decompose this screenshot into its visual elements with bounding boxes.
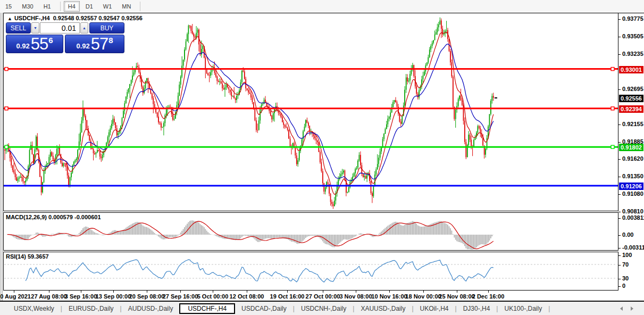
- time-axis-label: 10 Nov 16:00: [371, 293, 407, 300]
- time-axis-tick: [81, 291, 81, 293]
- chart-tab-usdcnh-daily[interactable]: USDCNH-,Daily: [295, 304, 353, 313]
- buy-price-sup: 8: [108, 36, 113, 45]
- tab-separator: |: [548, 305, 550, 312]
- tab-scroll-right-button[interactable]: [631, 306, 633, 311]
- axis-tick-mark: [618, 177, 621, 177]
- axis-tick-mark: [618, 255, 621, 256]
- sell-price-small: 0.92: [16, 42, 29, 50]
- time-axis-tick: [457, 291, 457, 293]
- sell-price-big: 55: [31, 37, 48, 52]
- volume-input[interactable]: [40, 22, 80, 34]
- chart-tab-ukoil-h4[interactable]: UKOil-,H4: [414, 304, 455, 313]
- macd-scale-label: 0.003811: [622, 214, 644, 221]
- chart-tab-bar: USDX,Weekly|EURUSD-,Daily|AUDUSD-,DailyU…: [0, 301, 644, 315]
- time-axis-tick: [423, 291, 424, 293]
- price-tick-label: 0.91350: [622, 173, 643, 179]
- timeframe-button-m30[interactable]: M30: [18, 1, 37, 12]
- timeframe-button-h1[interactable]: H1: [39, 1, 55, 12]
- axis-tick-mark: [618, 37, 621, 37]
- price-tick-label: 0.93235: [622, 51, 643, 57]
- timeframe-toolbar: 15M30H1H4D1W1MN: [0, 0, 644, 13]
- chart-tab-eurusd-daily[interactable]: EURUSD-,Daily: [62, 304, 120, 313]
- rsi-plot[interactable]: [4, 252, 618, 290]
- chart-tab-usdx-weekly[interactable]: USDX,Weekly: [7, 304, 61, 313]
- chart-tab-audusd-daily[interactable]: AUDUSD-,Daily: [122, 304, 180, 313]
- price-tick-label: 0.93505: [622, 33, 643, 39]
- timeframe-button-w1[interactable]: W1: [99, 1, 116, 12]
- chart-tab-dj30-h4[interactable]: DJ30-,H4: [457, 304, 497, 313]
- axis-tick-mark: [618, 286, 621, 287]
- price-tick-label: 0.93775: [622, 15, 643, 22]
- macd-scale-label: -0.003115: [622, 244, 644, 251]
- rsi-scale-label: 0: [622, 283, 625, 289]
- chart-tab-usdchf-h4[interactable]: USDCHF-,H4: [179, 303, 235, 314]
- timeframe-button-15[interactable]: 15: [1, 1, 16, 12]
- main-chart-panel: ▲USDCHF-,H4 0.92548 0.92557 0.92547 0.92…: [3, 13, 618, 211]
- hline-handle-left[interactable]: [5, 145, 8, 148]
- hline-handle-right[interactable]: [611, 145, 614, 148]
- time-axis-tick: [356, 291, 356, 293]
- time-axis-label: 3 Nov 08:00: [339, 293, 372, 300]
- hline-handle-right[interactable]: [611, 68, 614, 71]
- time-axis-label: 12 Oct 08:00: [230, 293, 264, 300]
- axis-tick-mark: [618, 194, 621, 195]
- axis-tick-mark: [618, 265, 621, 266]
- axis-tick-mark: [618, 279, 621, 279]
- macd-scale-label: 0.00: [622, 231, 633, 238]
- toolbar-separator: [60, 2, 61, 11]
- timeframe-button-mn[interactable]: MN: [118, 1, 135, 12]
- sell-button[interactable]: SELL: [6, 22, 31, 34]
- axis-tick-mark: [618, 19, 621, 20]
- macd-label: MACD(12,26,9) 0.000579 -0.000601: [6, 214, 101, 220]
- ohlc-values: 0.92548 0.92557 0.92547 0.92556: [53, 15, 143, 21]
- tab-scroll-left-button[interactable]: [620, 306, 623, 311]
- axis-tick-mark: [618, 54, 621, 55]
- rsi-panel: RSI(14) 59.3657: [3, 252, 618, 291]
- time-axis-label: 3 Sep 16:00: [65, 293, 97, 300]
- level-price-badge: 0.92394: [619, 105, 643, 113]
- axis-tick-mark: [618, 125, 621, 125]
- buy-price-display[interactable]: 0.92578: [65, 35, 124, 53]
- volume-increase-button[interactable]: ▲: [80, 22, 88, 34]
- chart-tab-uk100-daily[interactable]: UK100-,Daily: [498, 304, 548, 313]
- axis-tick-mark: [618, 235, 621, 236]
- timeframe-button-d1[interactable]: D1: [81, 1, 97, 12]
- time-axis-label: 27 Aug 08:00: [31, 293, 66, 300]
- one-click-trade-panel: SELL ▼ ▲ BUY 0.92556 0.92578: [6, 22, 124, 53]
- buy-price-big: 57: [91, 37, 108, 52]
- buy-button[interactable]: BUY: [89, 22, 124, 34]
- volume-decrease-button[interactable]: ▼: [31, 22, 39, 34]
- axis-tick-mark: [618, 212, 621, 212]
- rsi-scale-label: 70: [622, 261, 629, 268]
- sell-price-sup: 6: [48, 36, 53, 45]
- axis-tick-mark: [618, 248, 621, 248]
- time-axis-tick: [147, 291, 147, 293]
- time-axis-tick: [49, 291, 49, 293]
- chart-tab-usdcad-daily[interactable]: USDCAD-,Daily: [235, 304, 293, 313]
- price-tick-label: 0.91080: [622, 190, 643, 197]
- time-axis-label: 25 Nov 08:00: [439, 293, 474, 300]
- time-axis-label: 2 Dec 16:00: [472, 293, 505, 300]
- time-axis-label: 18 Nov 00:00: [405, 293, 441, 300]
- sell-price-display[interactable]: 0.92556: [6, 35, 63, 53]
- chart-title: ▲USDCHF-,H4 0.92548 0.92557 0.92547 0.92…: [7, 15, 143, 21]
- time-axis-label: 20 Sep 08:00: [129, 293, 165, 300]
- hline-handle-right[interactable]: [611, 107, 614, 110]
- symbol-arrow-icon: ▲: [7, 16, 12, 21]
- rsi-label: RSI(14) 59.3657: [6, 253, 49, 260]
- hline-handle-left[interactable]: [5, 68, 8, 71]
- time-axis-label: 5 Oct 00:00: [197, 293, 229, 300]
- buy-price-small: 0.92: [76, 42, 89, 50]
- price-tick-label: 0.92695: [622, 86, 643, 92]
- timeframe-button-h4[interactable]: H4: [64, 1, 80, 12]
- time-axis-tick: [287, 291, 288, 293]
- time-axis[interactable]: 20 Aug 202127 Aug 08:003 Sep 16:0013 Sep…: [3, 291, 618, 301]
- price-tick-label: 0.92155: [622, 121, 643, 127]
- axis-tick-mark: [618, 159, 621, 160]
- time-axis-label: 13 Sep 00:00: [96, 293, 131, 300]
- price-tick-label: 0.91620: [622, 155, 643, 162]
- chart-tab-xauusd-daily[interactable]: XAUUSD-,Daily: [354, 304, 412, 313]
- price-axis[interactable]: 0.937750.935050.932350.926950.921550.918…: [618, 13, 644, 301]
- time-axis-tick: [488, 291, 489, 293]
- hline-handle-left[interactable]: [5, 107, 8, 110]
